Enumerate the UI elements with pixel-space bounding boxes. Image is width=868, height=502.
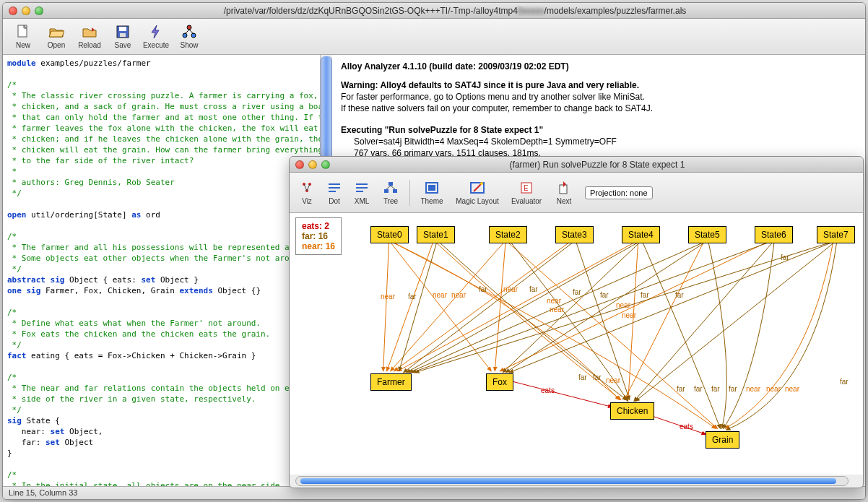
next-icon <box>555 180 573 196</box>
edge-label: eats <box>680 423 693 430</box>
node-grain[interactable]: Grain <box>706 431 739 449</box>
scrollbar-thumb[interactable] <box>300 478 836 484</box>
show-button[interactable]: Show <box>173 20 205 53</box>
folder-open-icon <box>47 24 66 40</box>
toolbar-label: Execute <box>143 41 169 49</box>
svg-line-24 <box>391 186 395 189</box>
tree-button[interactable]: Tree <box>376 176 405 209</box>
cursor-position: Line 15, Column 33 <box>9 488 77 497</box>
zoom-icon[interactable] <box>35 7 43 15</box>
log-warning-label: Warning: <box>341 80 378 90</box>
log-warning-text: Alloy4 defaults to SAT4J since it is pur… <box>378 80 639 90</box>
svg-rect-3 <box>120 33 126 37</box>
svg-line-12 <box>304 184 307 191</box>
viz-button[interactable]: Viz <box>294 176 320 209</box>
toolbar-label: Save <box>115 41 131 49</box>
code-editor[interactable]: module examples/puzzles/farmer /* * The … <box>3 55 321 486</box>
toolbar-label: Theme <box>420 197 443 205</box>
minimize-icon[interactable] <box>22 7 30 15</box>
main-toolbar: New Open Reload Save Execute Show <box>3 19 865 55</box>
svg-line-23 <box>386 186 391 189</box>
toolbar-label: Show <box>180 41 198 49</box>
viz-titlebar[interactable]: (farmer) Run solvePuzzle for 8 State exp… <box>290 157 863 173</box>
viz-window-title: (farmer) Run solvePuzzle for 8 State exp… <box>337 160 857 170</box>
toolbar-label: Tree <box>383 197 398 205</box>
lightning-icon <box>147 24 165 40</box>
node-chicken[interactable]: Chicken <box>610 402 654 420</box>
svg-point-29 <box>480 182 483 185</box>
tree-icon <box>381 180 400 196</box>
close-icon[interactable] <box>9 7 17 15</box>
legend-eats: eats: 2 <box>302 221 335 231</box>
log-line: For faster performance, go to Options me… <box>341 91 856 103</box>
node-fox[interactable]: Fox <box>486 373 513 391</box>
svg-line-13 <box>307 184 310 191</box>
open-button[interactable]: Open <box>40 20 72 53</box>
node-state0[interactable]: State0 <box>370 226 409 243</box>
edge-label: far <box>694 385 703 393</box>
reload-icon <box>80 24 99 40</box>
log-exec-label: Executing "Run solvePuzzle for 8 State e… <box>341 125 543 135</box>
edge-label: near <box>785 385 799 393</box>
text-lines-icon <box>352 180 371 196</box>
edge-label: far <box>729 385 737 393</box>
svg-line-8 <box>189 30 194 34</box>
graph-icon <box>180 24 199 40</box>
projection-selector[interactable]: Projection: none <box>585 186 653 199</box>
edge-label: near <box>606 376 620 384</box>
node-state2[interactable]: State2 <box>489 226 527 243</box>
edge-label: near <box>616 301 630 309</box>
relation-legend: eats: 2 far: 16 near: 16 <box>295 217 342 255</box>
node-farmer[interactable]: Farmer <box>370 373 412 391</box>
node-state7[interactable]: State7 <box>817 226 855 243</box>
toolbar-label: Next <box>557 197 572 205</box>
edge-label: near <box>433 291 447 299</box>
save-button[interactable]: Save <box>107 20 139 53</box>
svg-point-4 <box>187 25 191 30</box>
edge-label: far <box>573 288 581 296</box>
log-solver: Solver=sat4j Bitwidth=4 MaxSeq=4 SkolemD… <box>341 136 856 147</box>
edge-label: far <box>593 373 602 381</box>
window-controls <box>295 160 330 169</box>
toolbar-label: XML <box>355 197 370 205</box>
edge-label: near <box>381 293 395 300</box>
edge-label: far <box>578 373 587 381</box>
zoom-icon[interactable] <box>321 160 330 169</box>
edge-label: far <box>479 285 487 293</box>
minimize-icon[interactable] <box>308 160 317 169</box>
horizontal-scrollbar[interactable] <box>295 476 849 486</box>
edge-label: near <box>547 297 561 305</box>
magic-layout-button[interactable]: Magic Layout <box>451 176 504 209</box>
close-icon[interactable] <box>295 160 304 169</box>
new-button[interactable]: New <box>7 20 39 53</box>
floppy-icon <box>113 24 132 40</box>
toolbar-label: Open <box>48 41 65 49</box>
edge-label: far <box>677 385 685 393</box>
edge-label: far <box>675 291 684 299</box>
node-state1[interactable]: State1 <box>417 226 455 243</box>
edge-label: near <box>766 385 781 393</box>
toolbar-label: Magic Layout <box>456 197 498 205</box>
node-state6[interactable]: State6 <box>755 226 793 243</box>
main-titlebar[interactable]: /private/var/folders/dz/dzKqURnBGQOSin2t… <box>3 3 865 19</box>
reload-button[interactable]: Reload <box>74 20 105 53</box>
edge-label: far <box>781 254 789 261</box>
page-icon <box>14 24 32 40</box>
next-button[interactable]: Next <box>549 176 579 209</box>
edge-label: far <box>408 293 417 300</box>
dot-button[interactable]: Dot <box>321 176 347 209</box>
visualizer-window: (farmer) Run solvePuzzle for 8 State exp… <box>289 156 864 488</box>
edge-label: near <box>503 285 518 293</box>
svg-line-28 <box>474 184 481 191</box>
node-state4[interactable]: State4 <box>622 226 660 243</box>
log-line: If these native solvers fail on your com… <box>341 103 856 114</box>
xml-button[interactable]: XML <box>349 176 375 209</box>
node-state3[interactable]: State3 <box>555 226 594 243</box>
node-state5[interactable]: State5 <box>688 226 726 243</box>
window-controls <box>9 7 43 15</box>
theme-button[interactable]: Theme <box>415 176 449 209</box>
evaluator-button[interactable]: E Evaluator <box>505 176 547 209</box>
execute-button[interactable]: Execute <box>140 20 172 53</box>
svg-rect-26 <box>428 185 435 191</box>
graph-canvas[interactable]: eats: 2 far: 16 near: 16 <box>290 213 863 475</box>
